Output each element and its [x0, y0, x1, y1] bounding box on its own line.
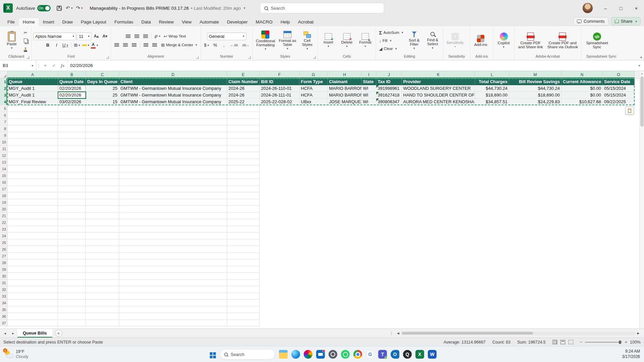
- cell-A11[interactable]: [7, 145, 58, 152]
- cell-D18[interactable]: [119, 192, 227, 199]
- cell-O3[interactable]: 05/15/2024: [603, 92, 635, 99]
- cell-L21[interactable]: [475, 213, 509, 219]
- cell-H10[interactable]: [328, 139, 362, 145]
- cell-F36[interactable]: [260, 313, 300, 320]
- cell-J13[interactable]: [376, 159, 402, 166]
- cell-H22[interactable]: [328, 219, 362, 226]
- row-header-6[interactable]: 6: [0, 112, 7, 119]
- cell-B17[interactable]: [58, 186, 86, 192]
- cell-N21[interactable]: [561, 213, 603, 219]
- cell-D31[interactable]: [119, 280, 227, 286]
- percent-style-button[interactable]: %: [211, 42, 219, 49]
- cell-G8[interactable]: [300, 125, 328, 132]
- zoom-out-button[interactable]: −: [580, 340, 583, 345]
- menu-tab-macro[interactable]: MACRO: [252, 18, 276, 26]
- cell-J11[interactable]: [376, 145, 402, 152]
- cell-O29[interactable]: [603, 266, 635, 273]
- cell-C35[interactable]: [86, 306, 119, 313]
- cell-F8[interactable]: [260, 125, 300, 132]
- cell-J16[interactable]: [376, 179, 402, 186]
- cell-B10[interactable]: [58, 139, 86, 145]
- cell-L15[interactable]: [475, 172, 509, 179]
- cell-A7[interactable]: [7, 119, 58, 125]
- font-size-select[interactable]: 11▾: [77, 33, 92, 40]
- cell-B1[interactable]: Queue Date: [58, 78, 86, 85]
- format-painter-button[interactable]: [21, 45, 30, 52]
- cell-G23[interactable]: [300, 226, 328, 233]
- borders-button[interactable]: ⊞▾: [73, 42, 81, 49]
- cell-I28[interactable]: [362, 259, 376, 266]
- cell-B29[interactable]: [58, 266, 86, 273]
- cell-F6[interactable]: [260, 112, 300, 119]
- delete-cells-button[interactable]: Delete▾: [338, 33, 356, 49]
- cell-J33[interactable]: [376, 293, 402, 300]
- row-header-4[interactable]: 4: [0, 99, 7, 105]
- cell-O24[interactable]: [603, 233, 635, 239]
- cell-I18[interactable]: [362, 192, 376, 199]
- cell-B23[interactable]: [58, 226, 86, 233]
- cell-L24[interactable]: [475, 233, 509, 239]
- cell-K26[interactable]: [402, 246, 475, 253]
- menu-tab-file[interactable]: File: [3, 18, 19, 26]
- menu-tab-data[interactable]: Data: [137, 18, 155, 26]
- photos-icon[interactable]: [303, 349, 314, 360]
- cell-C14[interactable]: [86, 166, 119, 172]
- cell-F33[interactable]: [260, 293, 300, 300]
- cell-D17[interactable]: [119, 186, 227, 192]
- cell-I29[interactable]: [362, 266, 376, 273]
- cell-G34[interactable]: [300, 300, 328, 306]
- cell-E37[interactable]: [227, 320, 260, 326]
- cell-L32[interactable]: [475, 286, 509, 293]
- cell-I33[interactable]: [362, 293, 376, 300]
- cell-G22[interactable]: [300, 219, 328, 226]
- cell-J27[interactable]: [376, 253, 402, 259]
- cell-C1[interactable]: Days In Queue: [86, 78, 119, 85]
- cell-N4[interactable]: $10,627.68: [561, 99, 603, 105]
- cell-G20[interactable]: [300, 206, 328, 213]
- cell-E28[interactable]: [227, 259, 260, 266]
- cell-D25[interactable]: [119, 239, 227, 246]
- conditional-formatting-button[interactable]: Conditional Formatting▾: [255, 30, 277, 51]
- name-box[interactable]: B3▾: [0, 60, 36, 71]
- cell-N33[interactable]: [561, 293, 603, 300]
- cell-I22[interactable]: [362, 219, 376, 226]
- cell-F14[interactable]: [260, 166, 300, 172]
- cell-A19[interactable]: [7, 199, 58, 206]
- cell-M37[interactable]: [509, 320, 561, 326]
- cell-D13[interactable]: [119, 159, 227, 166]
- cell-H1[interactable]: Claimant: [328, 78, 362, 85]
- cell-E2[interactable]: 2024-26: [227, 85, 260, 92]
- cell-K13[interactable]: [402, 159, 475, 166]
- cell-I10[interactable]: [362, 139, 376, 145]
- cell-F9[interactable]: [260, 132, 300, 139]
- cell-G12[interactable]: [300, 152, 328, 159]
- cell-I5[interactable]: [362, 105, 376, 112]
- cell-D5[interactable]: [119, 105, 227, 112]
- cell-D29[interactable]: [119, 266, 227, 273]
- cell-E7[interactable]: [227, 119, 260, 125]
- cell-J34[interactable]: [376, 300, 402, 306]
- cell-O30[interactable]: [603, 273, 635, 280]
- cell-M33[interactable]: [509, 293, 561, 300]
- comments-button[interactable]: Comments: [573, 17, 608, 25]
- row-header-13[interactable]: 13: [0, 159, 7, 166]
- cell-B21[interactable]: [58, 213, 86, 219]
- cell-L1[interactable]: Total Charges: [475, 78, 509, 85]
- cell-H4[interactable]: JOSE MARQUEZ: [328, 99, 362, 105]
- cell-I37[interactable]: [362, 320, 376, 326]
- cell-C28[interactable]: [86, 259, 119, 266]
- cell-C18[interactable]: [86, 192, 119, 199]
- cell-F12[interactable]: [260, 152, 300, 159]
- cell-M16[interactable]: [509, 179, 561, 186]
- cell-A4[interactable]: MGY_Final Review: [7, 99, 58, 105]
- settings-icon[interactable]: [327, 349, 339, 360]
- cell-G7[interactable]: [300, 119, 328, 125]
- scroll-left-icon[interactable]: ◄: [396, 329, 400, 337]
- cell-I9[interactable]: [362, 132, 376, 139]
- cell-A31[interactable]: [7, 280, 58, 286]
- cell-O37[interactable]: [603, 320, 635, 326]
- google-icon[interactable]: G: [365, 349, 376, 360]
- cell-D30[interactable]: [119, 273, 227, 280]
- titlebar-search[interactable]: Search: [260, 3, 384, 13]
- cell-M34[interactable]: [509, 300, 561, 306]
